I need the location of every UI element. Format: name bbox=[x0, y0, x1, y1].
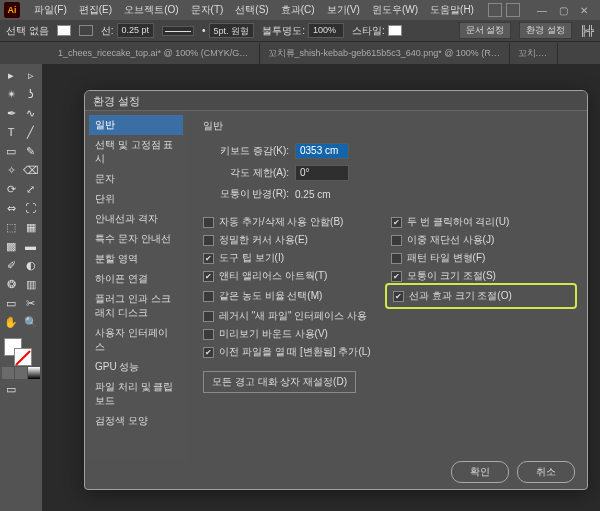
nav-item[interactable]: 안내선과 격자 bbox=[89, 209, 183, 229]
doc-setup-button[interactable]: 문서 설정 bbox=[459, 22, 512, 39]
close-icon[interactable]: × bbox=[553, 48, 558, 58]
checkbox-row[interactable]: 이전 파일을 열 때 [변환됨] 추가(L) bbox=[203, 345, 383, 359]
line-tool-icon[interactable]: ╱ bbox=[22, 123, 40, 141]
minimize-icon[interactable]: — bbox=[537, 5, 547, 16]
stroke-weight[interactable]: 0.25 pt bbox=[117, 23, 155, 38]
checkbox-icon[interactable] bbox=[203, 271, 214, 282]
checkbox-icon[interactable] bbox=[203, 347, 214, 358]
layout-icon[interactable] bbox=[488, 3, 502, 17]
checkbox-icon[interactable] bbox=[391, 271, 402, 282]
menu-item[interactable]: 보기(V) bbox=[321, 2, 366, 17]
panel-toggle-icon[interactable]: ╠╬ bbox=[580, 25, 594, 36]
checkbox-icon[interactable] bbox=[203, 217, 214, 228]
eraser-tool-icon[interactable]: ⌫ bbox=[22, 161, 40, 179]
checkbox-row[interactable]: 레거시 "새 파일" 인터페이스 사용 bbox=[203, 309, 383, 323]
tab-document[interactable]: 꼬치.ai*× bbox=[510, 43, 558, 64]
shaper-tool-icon[interactable]: ✧ bbox=[2, 161, 20, 179]
close-icon[interactable]: ✕ bbox=[580, 5, 588, 16]
checkbox-icon[interactable] bbox=[203, 291, 214, 302]
style-swatch[interactable] bbox=[388, 25, 402, 36]
keyboard-inc-input[interactable]: 0353 cm bbox=[295, 143, 349, 159]
constrain-angle-input[interactable]: 0° bbox=[295, 165, 349, 181]
nav-item[interactable]: 파일 처리 및 클립보드 bbox=[89, 377, 183, 411]
gradient-mode-icon[interactable] bbox=[15, 367, 27, 379]
menu-item[interactable]: 효과(C) bbox=[275, 2, 321, 17]
opacity-field[interactable]: 100% bbox=[308, 23, 344, 38]
artboard-tool-icon[interactable]: ▭ bbox=[2, 294, 20, 312]
checkbox-icon[interactable] bbox=[203, 253, 214, 264]
stroke-swatch[interactable] bbox=[79, 25, 93, 36]
layout-icon[interactable] bbox=[506, 3, 520, 17]
checkbox-row[interactable]: 패턴 타일 변형(F) bbox=[391, 251, 571, 265]
lasso-tool-icon[interactable]: ʖ bbox=[22, 85, 40, 103]
tab-document[interactable]: 1_chees_ricecake_top.ai* @ 100% (CMYK/GP… bbox=[50, 43, 260, 64]
scale-tool-icon[interactable]: ⤢ bbox=[22, 180, 40, 198]
nav-item[interactable]: 분할 영역 bbox=[89, 249, 183, 269]
slice-tool-icon[interactable]: ✂ bbox=[22, 294, 40, 312]
gradient-tool-icon[interactable]: ▬ bbox=[22, 237, 40, 255]
nav-item[interactable]: 일반 bbox=[89, 115, 183, 135]
nav-item[interactable]: 플러그 인과 스크래치 디스크 bbox=[89, 289, 183, 323]
direct-selection-tool-icon[interactable]: ▹ bbox=[22, 66, 40, 84]
nav-item[interactable]: GPU 성능 bbox=[89, 357, 183, 377]
nav-item[interactable]: 단위 bbox=[89, 189, 183, 209]
checkbox-icon[interactable] bbox=[391, 235, 402, 246]
nav-item[interactable]: 하이픈 연결 bbox=[89, 269, 183, 289]
checkbox-icon[interactable] bbox=[203, 329, 214, 340]
eyedropper-tool-icon[interactable]: ✐ bbox=[2, 256, 20, 274]
rotate-tool-icon[interactable]: ⟳ bbox=[2, 180, 20, 198]
checkbox-row[interactable]: 미리보기 바운드 사용(V) bbox=[203, 327, 383, 341]
hand-tool-icon[interactable]: ✋ bbox=[2, 313, 20, 331]
menu-item[interactable]: 파일(F) bbox=[28, 2, 73, 17]
shape-builder-tool-icon[interactable]: ⬚ bbox=[2, 218, 20, 236]
fill-swatch[interactable] bbox=[57, 25, 71, 36]
reset-warnings-button[interactable]: 모든 경고 대화 상자 재설정(D) bbox=[203, 371, 356, 393]
nav-item[interactable]: 특수 문자 안내선 bbox=[89, 229, 183, 249]
mesh-tool-icon[interactable]: ▩ bbox=[2, 237, 20, 255]
perspective-tool-icon[interactable]: ▦ bbox=[22, 218, 40, 236]
nav-item[interactable]: 선택 및 고정점 표시 bbox=[89, 135, 183, 169]
free-transform-tool-icon[interactable]: ⛶ bbox=[22, 199, 40, 217]
screen-mode-icon[interactable]: ▭ bbox=[2, 380, 20, 398]
cancel-button[interactable]: 취소 bbox=[517, 461, 575, 483]
ok-button[interactable]: 확인 bbox=[451, 461, 509, 483]
column-graph-tool-icon[interactable]: ▥ bbox=[22, 275, 40, 293]
brush-select[interactable]: 5pt. 원형 bbox=[209, 23, 255, 38]
checkbox-icon[interactable] bbox=[391, 217, 402, 228]
checkbox-row[interactable]: 정밀한 커서 사용(E) bbox=[203, 233, 383, 247]
pen-tool-icon[interactable]: ✒ bbox=[2, 104, 20, 122]
checkbox-row[interactable]: 앤티 앨리어스 아트웍(T) bbox=[203, 269, 383, 283]
menu-item[interactable]: 편집(E) bbox=[73, 2, 118, 17]
menu-item[interactable]: 오브젝트(O) bbox=[118, 2, 184, 17]
menu-item[interactable]: 윈도우(W) bbox=[366, 2, 424, 17]
stroke-profile[interactable] bbox=[162, 26, 194, 36]
magic-wand-tool-icon[interactable]: ✴ bbox=[2, 85, 20, 103]
selection-tool-icon[interactable]: ▸ bbox=[2, 66, 20, 84]
prefs-button[interactable]: 환경 설정 bbox=[519, 22, 572, 39]
checkbox-row[interactable]: 선과 효과 크기 조절(O) bbox=[393, 289, 569, 303]
menu-item[interactable]: 선택(S) bbox=[229, 2, 274, 17]
menu-item[interactable]: 도움말(H) bbox=[424, 2, 480, 17]
maximize-icon[interactable]: ▢ bbox=[559, 5, 568, 16]
rectangle-tool-icon[interactable]: ▭ bbox=[2, 142, 20, 160]
type-tool-icon[interactable]: T bbox=[2, 123, 20, 141]
checkbox-row[interactable]: 자동 추가/삭제 사용 안함(B) bbox=[203, 215, 383, 229]
checkbox-row[interactable]: 두 번 클릭하여 격리(U) bbox=[391, 215, 571, 229]
nav-item[interactable]: 문자 bbox=[89, 169, 183, 189]
checkbox-icon[interactable] bbox=[393, 291, 404, 302]
color-mode-icon[interactable] bbox=[2, 367, 14, 379]
curvature-tool-icon[interactable]: ∿ bbox=[22, 104, 40, 122]
nav-item[interactable]: 검정색 모양 bbox=[89, 411, 183, 431]
checkbox-icon[interactable] bbox=[203, 311, 214, 322]
tab-document[interactable]: 꼬치류_shish-kebab-geb615b5c3_640.png* @ 10… bbox=[260, 43, 510, 64]
checkbox-row[interactable]: 이중 재단선 사용(J) bbox=[391, 233, 571, 247]
blend-tool-icon[interactable]: ◐ bbox=[22, 256, 40, 274]
zoom-tool-icon[interactable]: 🔍 bbox=[22, 313, 40, 331]
paintbrush-tool-icon[interactable]: ✎ bbox=[22, 142, 40, 160]
checkbox-icon[interactable] bbox=[391, 253, 402, 264]
checkbox-icon[interactable] bbox=[203, 235, 214, 246]
width-tool-icon[interactable]: ⇔ bbox=[2, 199, 20, 217]
checkbox-row[interactable]: 같은 농도 비율 선택(M) bbox=[203, 287, 383, 305]
menu-item[interactable]: 문자(T) bbox=[185, 2, 230, 17]
symbol-sprayer-tool-icon[interactable]: ❂ bbox=[2, 275, 20, 293]
